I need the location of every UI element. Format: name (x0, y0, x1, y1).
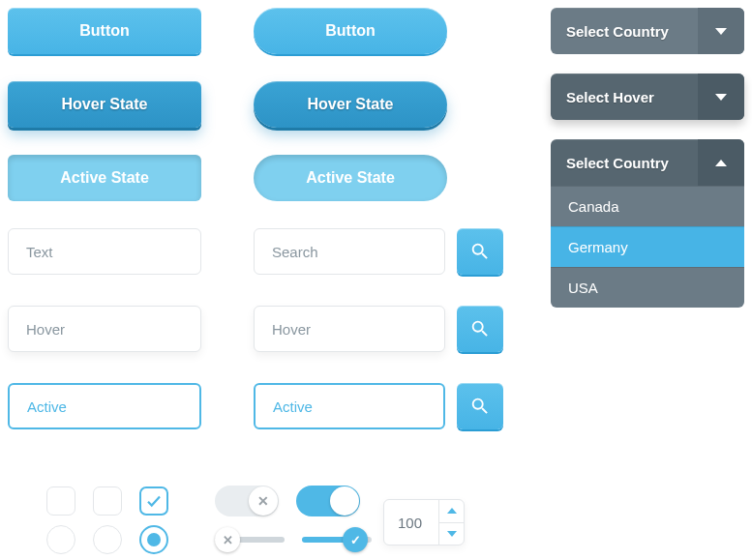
slider-handle[interactable] (343, 527, 368, 552)
pill-button-active[interactable]: Active State (254, 155, 447, 201)
search-button-hover[interactable] (457, 306, 503, 352)
select-option-usa[interactable]: USA (551, 267, 744, 308)
select-country-hover[interactable]: Select Hover (551, 74, 744, 120)
select-country[interactable]: Select Country (551, 8, 744, 54)
text-input-hover[interactable]: Hover (8, 306, 201, 352)
search-icon (469, 318, 491, 339)
button-primary-hover[interactable]: Hover State (8, 81, 201, 128)
select-option-germany[interactable]: Germany (551, 226, 744, 267)
search-input-active[interactable]: Active (254, 383, 445, 429)
search-input-hover[interactable]: Hover (254, 306, 445, 352)
toggle-knob (249, 486, 278, 516)
number-stepper[interactable]: 100 (383, 499, 465, 545)
chevron-up-icon (447, 508, 457, 514)
radio-checked[interactable] (139, 525, 168, 554)
stepper-up[interactable] (439, 500, 464, 523)
search-button[interactable] (457, 228, 503, 275)
toggle-knob (330, 486, 359, 516)
radio-unchecked-1[interactable] (46, 525, 75, 554)
pill-button-hover[interactable]: Hover State (254, 81, 447, 128)
slider-on[interactable] (302, 537, 372, 543)
search-icon (469, 396, 491, 417)
stepper-value: 100 (384, 515, 438, 531)
button-primary[interactable]: Button (8, 8, 201, 54)
pill-button-primary[interactable]: Button (254, 8, 447, 54)
chevron-down-icon (447, 531, 457, 537)
select-label: Select Country (551, 23, 698, 40)
checkbox-unchecked-1[interactable] (46, 486, 75, 516)
chevron-up-icon (698, 139, 744, 186)
select-label: Select Hover (551, 89, 698, 105)
select-label: Select Country (551, 155, 698, 171)
search-input[interactable]: Search (254, 228, 445, 275)
search-icon (469, 241, 491, 262)
chevron-down-icon (698, 74, 744, 120)
select-dropdown: Canada Germany USA (551, 186, 744, 308)
slider-handle[interactable] (215, 527, 240, 552)
select-country-open[interactable]: Select Country (551, 139, 744, 186)
checkbox-checked[interactable] (139, 486, 168, 516)
toggle-on[interactable] (296, 486, 360, 516)
toggle-off[interactable] (215, 486, 279, 516)
radio-unchecked-2[interactable] (93, 525, 122, 554)
check-icon (145, 492, 163, 510)
search-button-active[interactable] (457, 383, 503, 429)
select-option-canada[interactable]: Canada (551, 186, 744, 226)
stepper-down[interactable] (439, 523, 464, 545)
checkbox-unchecked-2[interactable] (93, 486, 122, 516)
slider-off[interactable] (215, 537, 285, 543)
text-input-active[interactable]: Active (8, 383, 201, 429)
text-input[interactable]: Text (8, 228, 201, 275)
chevron-down-icon (698, 8, 744, 54)
button-primary-active[interactable]: Active State (8, 155, 201, 201)
